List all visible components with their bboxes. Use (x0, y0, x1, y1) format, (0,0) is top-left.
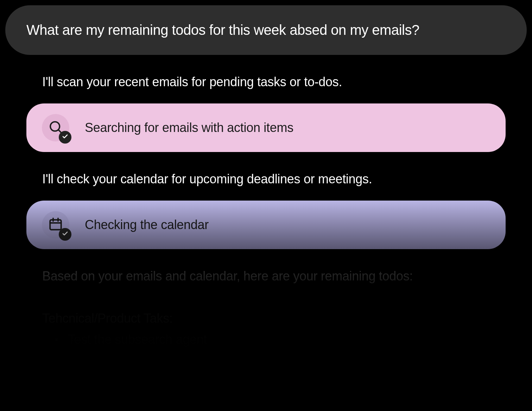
faded-results-section: Checking the calendar Based on your emai… (0, 201, 532, 347)
chat-container: What are my remaining todos for this wee… (0, 5, 532, 347)
todo-category-heading: Tehcnical/Product Taks: (42, 311, 532, 326)
user-message-text: What are my remaining todos for this wee… (26, 22, 419, 38)
status-complete-badge (59, 228, 71, 241)
action-label: Checking the calendar (85, 217, 209, 232)
todo-item: Test the subsearch agent (55, 332, 532, 347)
user-message-bubble: What are my remaining todos for this wee… (5, 5, 527, 55)
action-icon-wrapper (42, 114, 69, 141)
results-intro-text: Based on your emails and calendar, here … (42, 269, 532, 284)
assistant-intro-2: I'll check your calendar for upcoming de… (42, 172, 532, 186)
svg-rect-2 (50, 220, 61, 230)
check-icon (62, 133, 68, 141)
action-icon-wrapper (42, 211, 69, 239)
check-icon (62, 230, 68, 238)
assistant-intro-1: I'll scan your recent emails for pending… (42, 75, 532, 89)
action-label: Searching for emails with action items (85, 120, 293, 135)
status-complete-badge (59, 131, 71, 144)
action-card-search-emails[interactable]: Searching for emails with action items (26, 103, 506, 152)
todo-list: Test the subsearch agent (55, 332, 532, 347)
action-card-check-calendar[interactable]: Checking the calendar (26, 201, 506, 249)
